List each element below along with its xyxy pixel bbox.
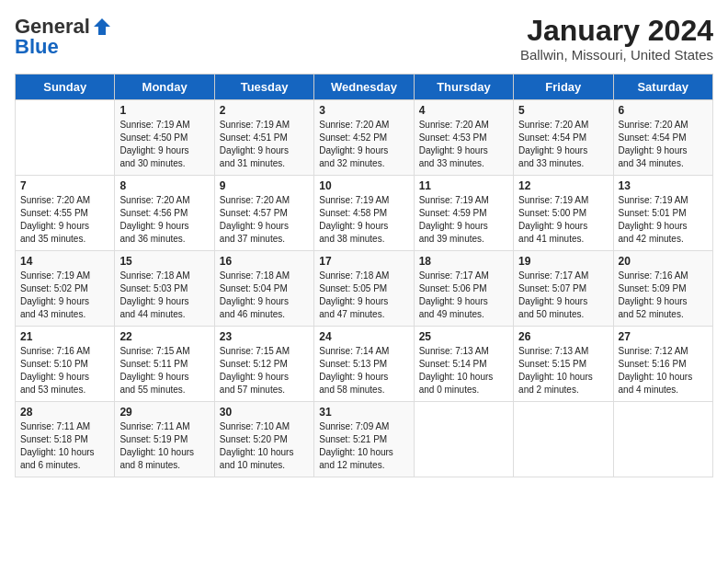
calendar-cell: 3Sunrise: 7:20 AM Sunset: 4:52 PM Daylig… [314, 100, 414, 176]
day-number: 29 [119, 406, 209, 419]
calendar-cell [514, 402, 613, 477]
calendar-cell: 20Sunrise: 7:16 AM Sunset: 5:09 PM Dayli… [613, 251, 712, 327]
day-number: 15 [119, 255, 209, 268]
day-info: Sunrise: 7:19 AM Sunset: 4:59 PM Dayligh… [419, 194, 508, 246]
page-container: General Blue January 2024 Ballwin, Misso… [0, 0, 728, 485]
col-header-saturday: Saturday [613, 75, 712, 100]
calendar-cell: 27Sunrise: 7:12 AM Sunset: 5:16 PM Dayli… [613, 327, 712, 402]
calendar-table: SundayMondayTuesdayWednesdayThursdayFrid… [15, 74, 713, 477]
calendar-cell: 12Sunrise: 7:19 AM Sunset: 5:00 PM Dayli… [514, 176, 613, 251]
day-info: Sunrise: 7:11 AM Sunset: 5:18 PM Dayligh… [20, 420, 109, 472]
day-info: Sunrise: 7:19 AM Sunset: 5:00 PM Dayligh… [518, 194, 608, 246]
day-number: 21 [20, 330, 109, 343]
day-info: Sunrise: 7:18 AM Sunset: 5:05 PM Dayligh… [319, 270, 408, 321]
calendar-cell: 21Sunrise: 7:16 AM Sunset: 5:10 PM Dayli… [16, 327, 115, 402]
day-number: 19 [518, 255, 608, 268]
day-info: Sunrise: 7:20 AM Sunset: 4:53 PM Dayligh… [419, 119, 508, 170]
day-info: Sunrise: 7:19 AM Sunset: 5:02 PM Dayligh… [20, 270, 109, 321]
calendar-cell: 14Sunrise: 7:19 AM Sunset: 5:02 PM Dayli… [16, 251, 115, 327]
day-info: Sunrise: 7:20 AM Sunset: 4:54 PM Dayligh… [619, 119, 708, 170]
day-info: Sunrise: 7:19 AM Sunset: 4:51 PM Dayligh… [220, 119, 309, 170]
day-info: Sunrise: 7:10 AM Sunset: 5:20 PM Dayligh… [220, 420, 309, 472]
day-number: 2 [220, 104, 309, 117]
day-number: 3 [319, 104, 408, 117]
week-row-1: 1Sunrise: 7:19 AM Sunset: 4:50 PM Daylig… [16, 100, 713, 176]
day-number: 6 [619, 104, 708, 117]
day-info: Sunrise: 7:20 AM Sunset: 4:52 PM Dayligh… [319, 119, 408, 170]
calendar-cell: 29Sunrise: 7:11 AM Sunset: 5:19 PM Dayli… [115, 402, 214, 477]
day-info: Sunrise: 7:14 AM Sunset: 5:13 PM Dayligh… [319, 345, 408, 396]
day-info: Sunrise: 7:13 AM Sunset: 5:15 PM Dayligh… [518, 345, 608, 396]
calendar-cell: 9Sunrise: 7:20 AM Sunset: 4:57 PM Daylig… [214, 176, 313, 251]
day-info: Sunrise: 7:16 AM Sunset: 5:10 PM Dayligh… [20, 345, 109, 396]
day-number: 7 [20, 179, 109, 192]
day-number: 28 [20, 406, 109, 419]
week-row-2: 7Sunrise: 7:20 AM Sunset: 4:55 PM Daylig… [16, 176, 713, 251]
calendar-cell: 16Sunrise: 7:18 AM Sunset: 5:04 PM Dayli… [214, 251, 313, 327]
day-info: Sunrise: 7:09 AM Sunset: 5:21 PM Dayligh… [319, 420, 408, 472]
day-number: 11 [419, 179, 508, 192]
calendar-cell: 1Sunrise: 7:19 AM Sunset: 4:50 PM Daylig… [115, 100, 214, 176]
logo-icon [92, 17, 112, 37]
calendar-cell: 13Sunrise: 7:19 AM Sunset: 5:01 PM Dayli… [613, 176, 712, 251]
day-info: Sunrise: 7:11 AM Sunset: 5:19 PM Dayligh… [119, 420, 209, 472]
day-number: 27 [619, 330, 708, 343]
day-info: Sunrise: 7:18 AM Sunset: 5:03 PM Dayligh… [119, 270, 209, 321]
day-info: Sunrise: 7:15 AM Sunset: 5:12 PM Dayligh… [220, 345, 309, 396]
calendar-cell [16, 100, 115, 176]
calendar-cell: 18Sunrise: 7:17 AM Sunset: 5:06 PM Dayli… [414, 251, 513, 327]
day-number: 16 [220, 255, 309, 268]
day-number: 10 [319, 179, 408, 192]
day-number: 14 [20, 255, 109, 268]
day-info: Sunrise: 7:20 AM Sunset: 4:56 PM Dayligh… [119, 194, 209, 246]
calendar-cell: 25Sunrise: 7:13 AM Sunset: 5:14 PM Dayli… [414, 327, 513, 402]
calendar-cell: 2Sunrise: 7:19 AM Sunset: 4:51 PM Daylig… [214, 100, 313, 176]
day-info: Sunrise: 7:15 AM Sunset: 5:11 PM Dayligh… [119, 345, 209, 396]
day-number: 24 [319, 330, 408, 343]
calendar-cell: 10Sunrise: 7:19 AM Sunset: 4:58 PM Dayli… [314, 176, 414, 251]
week-row-3: 14Sunrise: 7:19 AM Sunset: 5:02 PM Dayli… [16, 251, 713, 327]
day-info: Sunrise: 7:13 AM Sunset: 5:14 PM Dayligh… [419, 345, 508, 396]
day-info: Sunrise: 7:12 AM Sunset: 5:16 PM Dayligh… [619, 345, 708, 396]
day-number: 26 [518, 330, 608, 343]
day-number: 13 [619, 179, 708, 192]
day-info: Sunrise: 7:19 AM Sunset: 5:01 PM Dayligh… [619, 194, 708, 246]
logo-blue: Blue [15, 35, 59, 59]
day-number: 30 [220, 406, 309, 419]
calendar-cell: 5Sunrise: 7:20 AM Sunset: 4:54 PM Daylig… [514, 100, 613, 176]
calendar-cell: 30Sunrise: 7:10 AM Sunset: 5:20 PM Dayli… [214, 402, 313, 477]
col-header-friday: Friday [514, 75, 613, 100]
calendar-cell: 22Sunrise: 7:15 AM Sunset: 5:11 PM Dayli… [115, 327, 214, 402]
day-info: Sunrise: 7:17 AM Sunset: 5:06 PM Dayligh… [419, 270, 508, 321]
col-header-monday: Monday [115, 75, 214, 100]
day-number: 17 [319, 255, 408, 268]
calendar-cell: 31Sunrise: 7:09 AM Sunset: 5:21 PM Dayli… [314, 402, 414, 477]
day-info: Sunrise: 7:18 AM Sunset: 5:04 PM Dayligh… [220, 270, 309, 321]
calendar-cell: 28Sunrise: 7:11 AM Sunset: 5:18 PM Dayli… [16, 402, 115, 477]
main-title: January 2024 [520, 15, 713, 47]
calendar-cell: 19Sunrise: 7:17 AM Sunset: 5:07 PM Dayli… [514, 251, 613, 327]
day-number: 12 [518, 179, 608, 192]
calendar-cell [414, 402, 513, 477]
svg-marker-0 [94, 18, 110, 35]
day-info: Sunrise: 7:20 AM Sunset: 4:55 PM Dayligh… [20, 194, 109, 246]
day-info: Sunrise: 7:19 AM Sunset: 4:58 PM Dayligh… [319, 194, 408, 246]
col-header-sunday: Sunday [16, 75, 115, 100]
calendar-cell: 7Sunrise: 7:20 AM Sunset: 4:55 PM Daylig… [16, 176, 115, 251]
logo: General Blue [15, 15, 112, 59]
calendar-cell: 24Sunrise: 7:14 AM Sunset: 5:13 PM Dayli… [314, 327, 414, 402]
calendar-cell: 26Sunrise: 7:13 AM Sunset: 5:15 PM Dayli… [514, 327, 613, 402]
subtitle: Ballwin, Missouri, United States [520, 47, 713, 63]
calendar-cell: 4Sunrise: 7:20 AM Sunset: 4:53 PM Daylig… [414, 100, 513, 176]
calendar-cell [613, 402, 712, 477]
day-number: 18 [419, 255, 508, 268]
day-number: 9 [220, 179, 309, 192]
day-info: Sunrise: 7:19 AM Sunset: 4:50 PM Dayligh… [119, 119, 209, 170]
day-number: 31 [319, 406, 408, 419]
day-number: 1 [119, 104, 209, 117]
calendar-cell: 6Sunrise: 7:20 AM Sunset: 4:54 PM Daylig… [613, 100, 712, 176]
calendar-cell: 15Sunrise: 7:18 AM Sunset: 5:03 PM Dayli… [115, 251, 214, 327]
calendar-cell: 11Sunrise: 7:19 AM Sunset: 4:59 PM Dayli… [414, 176, 513, 251]
header-row: SundayMondayTuesdayWednesdayThursdayFrid… [16, 75, 713, 100]
day-number: 4 [419, 104, 508, 117]
